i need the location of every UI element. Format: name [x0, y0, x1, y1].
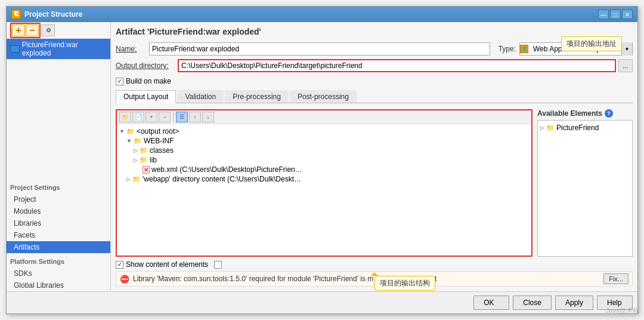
- tree-btn-selected[interactable]: ☰: [176, 112, 188, 122]
- output-label: Output directory:: [116, 61, 175, 70]
- available-panel: Available Elements ? ▷ 📁 PictureFriend: [537, 109, 633, 257]
- expand-icon-lib: ▷: [134, 157, 138, 163]
- show-content-checkbox[interactable]: ✓: [116, 261, 123, 269]
- type-label: Type:: [499, 45, 516, 53]
- tree-item-lib[interactable]: ▷ 📁 lib: [119, 155, 529, 165]
- build-row: ✓ Build on make: [116, 76, 633, 87]
- tab-post-processing[interactable]: Post-processing: [290, 90, 357, 103]
- folder-icon-lib: 📁: [140, 156, 148, 164]
- watermark: Java技术栈: [606, 306, 639, 315]
- avail-item-label: PictureFriend: [556, 124, 599, 132]
- expand-icon-root: ▼: [119, 128, 125, 134]
- tree-item-webxml-label: web.xml (C:\Users\Dulk\Desktop\PictureFr…: [151, 165, 302, 174]
- error-icon: ⛔: [120, 275, 129, 284]
- title-bar-title: Project Structure: [24, 10, 82, 19]
- title-bar: 🏗 Project Structure — □ ✕: [7, 7, 637, 22]
- close-footer-button[interactable]: Close: [513, 296, 552, 310]
- add-artifact-button[interactable]: +: [12, 24, 25, 36]
- folder-icon-root: 📁: [126, 128, 135, 136]
- sidebar-item-facets[interactable]: Facets: [7, 229, 110, 241]
- right-panel: Artifact 'PictureFriend:war exploded' Na…: [111, 22, 637, 291]
- artifact-item-icon: 🌐: [10, 45, 20, 53]
- tree-content: ▼ 📁 <output root> ▼ 📁 WEB-INF ▷: [117, 124, 531, 186]
- remove-artifact-button[interactable]: −: [26, 24, 39, 36]
- toolbar-add-remove: + −: [10, 23, 41, 38]
- avail-expand-icon: ▷: [540, 125, 544, 131]
- separator1: [173, 112, 174, 122]
- available-help-icon[interactable]: ?: [605, 109, 613, 118]
- fix-button[interactable]: Fix...: [603, 273, 628, 284]
- folder-icon-webinf: 📁: [134, 137, 142, 145]
- tree-item-webapp[interactable]: ▷ 📁 'webapp' directory content (C:\Users…: [119, 174, 529, 184]
- show-content-checkbox2[interactable]: [214, 261, 222, 269]
- tree-item-root-label: <output root>: [137, 127, 179, 136]
- app-icon: 🏗: [11, 10, 21, 19]
- sidebar-item-libraries[interactable]: Libraries: [7, 217, 110, 229]
- name-label: Name:: [116, 45, 145, 53]
- folder-icon-classes: 📁: [140, 147, 148, 155]
- tree-btn-up[interactable]: ↑: [189, 112, 201, 122]
- show-content-label: Show content of elements: [126, 260, 208, 269]
- tree-btn-folder[interactable]: 📁: [119, 112, 131, 122]
- available-item-picturefriend[interactable]: ▷ 📁 PictureFriend: [540, 123, 630, 133]
- content-area: 📁 📄 + − ☰ ↑ ↓ ▼ 📁 <out: [116, 109, 633, 257]
- close-button[interactable]: ✕: [622, 10, 633, 19]
- platform-settings-header: Platform Settings: [7, 256, 110, 267]
- available-tree: ▷ 📁 PictureFriend: [537, 120, 633, 257]
- tree-item-root[interactable]: ▼ 📁 <output root>: [119, 127, 529, 136]
- artifact-item-label: PictureFriend:war exploded: [22, 41, 107, 57]
- artifact-list: 🌐 PictureFriend:war exploded: [7, 39, 110, 179]
- main-content: + − ⚙ 增删项目的部署包 🌐 PictureFriend:war explo…: [7, 22, 637, 291]
- project-settings-header: Project Settings: [7, 181, 110, 193]
- type-dropdown-arrow[interactable]: ▼: [621, 42, 632, 56]
- name-row: Name: Type: 🌐 Web Application: Exploded …: [116, 42, 633, 56]
- tree-btn-down[interactable]: ↓: [202, 112, 214, 122]
- artifact-item[interactable]: 🌐 PictureFriend:war exploded: [7, 39, 110, 59]
- apply-button[interactable]: Apply: [555, 296, 593, 310]
- ok-button[interactable]: OK: [473, 296, 509, 310]
- tree-item-classes-label: classes: [150, 146, 174, 155]
- sidebar-item-artifacts[interactable]: Artifacts: [7, 241, 110, 253]
- title-bar-left: 🏗 Project Structure: [11, 10, 82, 19]
- tree-item-webapp-label: 'webapp' directory content (C:\Users\Dul…: [143, 175, 301, 183]
- output-browse-button[interactable]: …: [618, 59, 633, 72]
- sidebar-item-sdks[interactable]: SDKs: [7, 267, 110, 279]
- tree-btn-add[interactable]: +: [145, 112, 157, 122]
- sidebar-item-modules[interactable]: Modules: [7, 205, 110, 217]
- tree-item-webxml[interactable]: ✕ web.xml (C:\Users\Dulk\Desktop\Picture…: [119, 165, 529, 174]
- tree-btn-file[interactable]: 📄: [132, 112, 144, 122]
- maximize-button[interactable]: □: [610, 10, 621, 19]
- tree-item-webinf[interactable]: ▼ 📁 WEB-INF: [119, 136, 529, 146]
- tree-panel: 📁 📄 + − ☰ ↑ ↓ ▼ 📁 <out: [116, 109, 532, 257]
- tab-validation[interactable]: Validation: [177, 90, 224, 103]
- sidebar-item-project[interactable]: Project: [7, 193, 110, 205]
- expand-icon-webinf: ▼: [126, 138, 132, 144]
- tree-item-webinf-label: WEB-INF: [144, 137, 174, 145]
- name-input[interactable]: [149, 42, 490, 56]
- title-bar-controls: — □ ✕: [598, 10, 633, 19]
- output-input[interactable]: [178, 59, 616, 72]
- project-structure-dialog: 🏗 Project Structure — □ ✕ + − ⚙ 增删项目的部署包: [6, 6, 638, 314]
- available-elements-label: Available Elements ?: [537, 109, 633, 118]
- sidebar-item-global-libraries[interactable]: Global Libraries: [7, 279, 110, 291]
- tree-toolbar: 📁 📄 + − ☰ ↑ ↓: [117, 110, 531, 124]
- expand-icon-classes: ▷: [134, 147, 138, 153]
- folder-icon-webapp: 📁: [132, 176, 141, 183]
- tabs-row: Output Layout Validation Pre-processing …: [116, 90, 633, 103]
- artifact-title: Artifact 'PictureFriend:war exploded': [116, 27, 633, 36]
- left-toolbar: + − ⚙ 增删项目的部署包: [7, 22, 110, 39]
- type-icon: 🌐: [520, 45, 528, 53]
- tree-btn-remove[interactable]: −: [159, 112, 171, 122]
- build-on-make-checkbox[interactable]: ✓: [116, 78, 123, 85]
- tab-output-layout[interactable]: Output Layout: [116, 90, 176, 103]
- minimize-button[interactable]: —: [598, 10, 609, 19]
- expand-icon-webapp: ▷: [126, 176, 131, 182]
- dialog-footer: OK Close Apply Help: [7, 291, 637, 313]
- settings-button[interactable]: ⚙: [42, 24, 55, 36]
- tab-pre-processing[interactable]: Pre-processing: [225, 90, 289, 103]
- tree-item-classes[interactable]: ▷ 📁 classes: [119, 146, 529, 155]
- output-row: Output directory: … 项目的输出地址: [116, 59, 633, 72]
- build-on-make-label: Build on make: [126, 77, 171, 85]
- error-text: Library 'Maven: com.sun:tools:1.5.0' req…: [133, 275, 600, 283]
- tree-item-lib-label: lib: [150, 156, 157, 164]
